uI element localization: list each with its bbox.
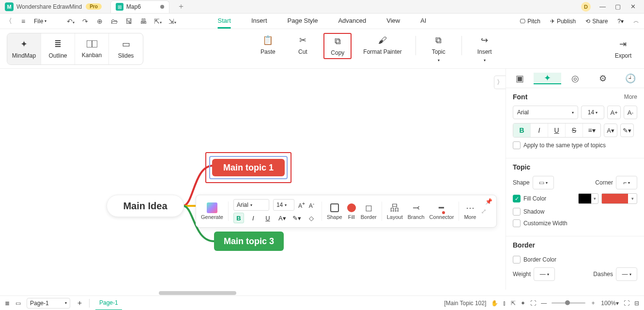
italic-button[interactable]: I <box>248 213 259 223</box>
clear-format-button[interactable]: ◇ <box>306 213 317 223</box>
maximize-button[interactable]: ▢ <box>615 3 622 10</box>
float-close-icon[interactable]: ⤢ <box>481 207 487 215</box>
horizontal-scrollbar[interactable] <box>159 291 236 295</box>
tab-insert[interactable]: Insert <box>251 14 267 29</box>
dashes-select[interactable]: — ▾ <box>616 267 637 281</box>
document-tab[interactable]: ⊞ Map6 <box>110 0 169 13</box>
zoom-out-button[interactable]: — <box>541 300 547 307</box>
close-button[interactable]: ✕ <box>630 3 637 10</box>
decrease-font-button[interactable]: A- <box>309 201 314 209</box>
increase-font-button[interactable]: A+ <box>298 201 305 209</box>
publish-button[interactable]: ✈ Publish <box>550 18 576 25</box>
pitch-button[interactable]: 🖵 Pitch <box>520 18 540 25</box>
fit-page-icon[interactable]: ⇱ <box>511 300 516 307</box>
fill-color-checkbox[interactable]: ✓ <box>513 195 521 202</box>
underline-button[interactable]: U <box>262 213 273 223</box>
fill-button[interactable]: Fill <box>347 202 356 220</box>
format-painter-button[interactable]: 🖌Format Painter <box>358 33 406 57</box>
print-icon[interactable]: 🖶 <box>139 17 147 25</box>
main-idea-node[interactable]: Main Idea <box>107 195 184 217</box>
export-icon[interactable]: ⇱▾ <box>154 17 162 25</box>
sidebar-tab-tag[interactable]: ◎ <box>561 73 589 84</box>
add-tab-button[interactable]: ＋ <box>177 1 185 12</box>
open-icon[interactable]: 🗁 <box>110 17 118 25</box>
redo-button[interactable]: ↷ <box>81 17 89 25</box>
view-slides[interactable]: ▭Slides <box>109 33 143 64</box>
sidebar-tab-history[interactable]: 🕘 <box>616 73 644 84</box>
zoom-value[interactable]: 100%▾ <box>601 300 619 307</box>
view-outline[interactable]: ≣Outline <box>41 33 75 64</box>
topic3-node[interactable]: Main topic 3 <box>214 232 284 251</box>
tab-view[interactable]: View <box>386 14 400 29</box>
font-color-button[interactable]: A▾ <box>604 124 617 137</box>
hand-tool-icon[interactable]: ✋ <box>491 300 498 307</box>
highlight-button[interactable]: ✎▾ <box>291 213 302 223</box>
fit-width-icon[interactable]: ⫿ <box>503 300 506 307</box>
increase-font-button[interactable]: A+ <box>607 106 621 119</box>
shadow-checkbox[interactable] <box>513 208 521 216</box>
fill-color-picker[interactable]: ▾ <box>601 193 637 204</box>
strike-button[interactable]: S <box>566 124 583 137</box>
tab-ai[interactable]: AI <box>420 14 426 29</box>
font-size-select[interactable]: 14▾ <box>581 106 604 119</box>
add-page-button[interactable]: ＋ <box>76 298 83 308</box>
highlight-button[interactable]: ✎▾ <box>620 124 634 137</box>
font-family-select[interactable]: Arial▾ <box>233 199 269 211</box>
customize-width-checkbox[interactable] <box>513 219 521 227</box>
help-button[interactable]: ?▾ <box>617 18 624 25</box>
border-button[interactable]: ◻︎Border <box>361 202 377 220</box>
copy-button[interactable]: ⧉Copy <box>323 33 352 59</box>
font-family-select[interactable]: Arial▾ <box>513 106 578 119</box>
sidebar-tab-node[interactable]: ▣ <box>506 73 534 84</box>
border-color-checkbox[interactable] <box>513 256 521 264</box>
fit-screen-icon[interactable]: ⛶ <box>530 300 536 307</box>
tab-advanced[interactable]: Advanced <box>338 14 366 29</box>
save-icon[interactable]: 🖫 <box>125 17 133 25</box>
apply-same-type-checkbox[interactable] <box>513 141 521 149</box>
align-button[interactable]: ≡▾ <box>583 124 600 137</box>
topic1-selection[interactable]: Main topic 1 <box>205 152 291 183</box>
branch-button[interactable]: ⤙Branch <box>408 202 425 220</box>
page-tab[interactable]: Page-1 <box>95 296 122 310</box>
new-icon[interactable]: ⊕ <box>96 17 104 25</box>
collapse-ribbon-button[interactable]: ︿ <box>633 17 639 25</box>
bold-button[interactable]: B <box>513 124 531 137</box>
outline-toggle-icon[interactable]: ≣ <box>5 300 10 307</box>
tab-start[interactable]: Start <box>218 14 231 29</box>
shape-select[interactable]: ▭ ▾ <box>533 176 554 189</box>
zoom-slider[interactable] <box>552 302 585 304</box>
canvas[interactable]: Main Idea Main topic 1 Main topic 3 📌 Ge… <box>0 69 506 290</box>
layout-button[interactable]: 品Layout <box>387 202 403 220</box>
import-icon[interactable]: ⇲▾ <box>169 17 176 25</box>
cut-button[interactable]: ✂Cut <box>289 33 317 57</box>
sidebar-tab-settings[interactable]: ⚙ <box>589 73 616 84</box>
more-button[interactable]: ⋯More <box>464 202 476 220</box>
back-button[interactable]: 〈 <box>5 17 13 26</box>
corner-select[interactable]: ⌐ ▾ <box>616 176 637 189</box>
user-avatar[interactable]: D <box>581 2 591 12</box>
bold-button[interactable]: B <box>233 213 244 223</box>
insert-button[interactable]: ↪Insert▾ <box>471 33 499 64</box>
paste-button[interactable]: 📋Paste <box>254 33 282 57</box>
file-menu[interactable]: File▾ <box>34 18 46 25</box>
undo-button[interactable]: ↶▾ <box>67 17 75 25</box>
view-mindmap[interactable]: ✦MindMap <box>7 33 41 64</box>
decrease-font-button[interactable]: A- <box>624 106 637 119</box>
font-size-select[interactable]: 14▾ <box>273 199 294 211</box>
italic-button[interactable]: I <box>531 124 548 137</box>
minimize-button[interactable]: — <box>599 3 606 10</box>
pages-icon[interactable]: ▭ <box>15 300 21 307</box>
center-icon[interactable]: ✦ <box>521 300 525 307</box>
share-button[interactable]: ⟲ Share <box>585 18 608 25</box>
shape-button[interactable]: Shape <box>327 202 342 220</box>
export-button[interactable]: ⇥Export <box>609 37 637 61</box>
font-color-button[interactable]: A▾ <box>277 213 288 223</box>
collapse-status-icon[interactable]: ⊟ <box>634 300 639 307</box>
connector-button[interactable]: ━Connector <box>429 202 454 220</box>
tab-page-style[interactable]: Page Style <box>288 14 318 29</box>
menu-icon[interactable]: ≡ <box>19 17 27 25</box>
fill-mode-select[interactable]: ▾ <box>578 193 598 204</box>
view-kanban[interactable]: ⎕⎕Kanban <box>75 33 109 64</box>
page-select[interactable]: Page-1▾ <box>27 298 70 309</box>
weight-select[interactable]: — ▾ <box>534 267 555 281</box>
